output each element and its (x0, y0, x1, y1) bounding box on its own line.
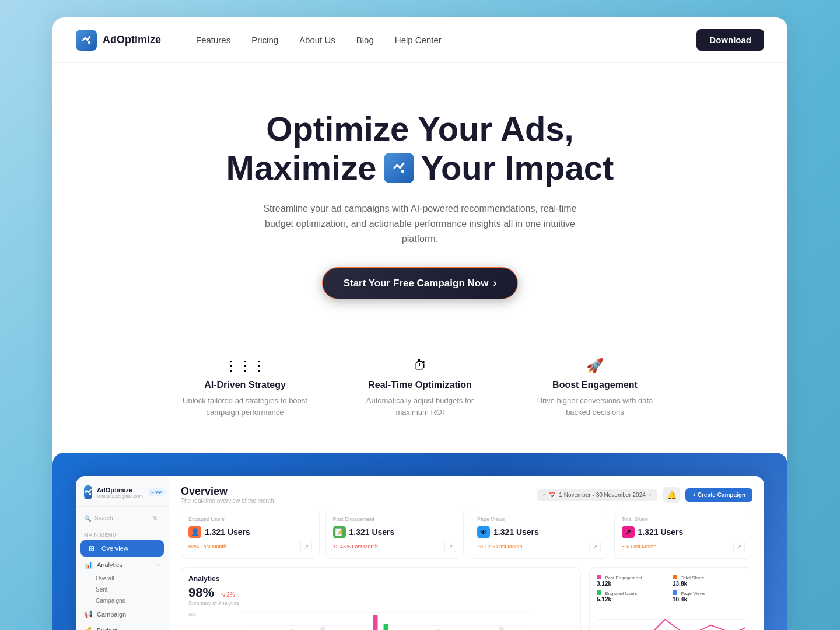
stat-post-engagement: Post Engagement 📝 1.321 Users 12.43% Las… (326, 510, 464, 559)
create-campaign-button[interactable]: + Create Campaign (685, 488, 752, 502)
stat-engaged-users: Engaged Users 👤 1.321 Users 60% Last Mon… (181, 510, 320, 559)
sidebar-search[interactable]: 🔍 Search... ⌘F (76, 512, 169, 525)
hero-title: Optimize Your Ads, Maximize Your Impact (169, 110, 671, 187)
stat-action-2[interactable]: ↗ (589, 541, 601, 552)
stat-change-1: 12.43% Last Month (333, 544, 379, 550)
stat-label-1: Post Engagement (333, 516, 457, 522)
sidebar-item-analytics[interactable]: 📊 Analytics ∨ (76, 556, 169, 573)
dashboard-main: Overview The real-time overview of the m… (169, 476, 764, 630)
legend-dot-views (673, 590, 677, 595)
dashboard-mockup: AdOptimize @maia22@gmail.com Free 🔍 Sear… (76, 476, 764, 630)
sidebar-sub-campaigns[interactable]: Campaigns (76, 595, 169, 606)
stat-change-0: 60% Last Month (188, 544, 226, 550)
overview-icon: ⊞ (89, 544, 97, 552)
date-range-picker[interactable]: ‹ 📅 1 November - 30 November 2024 › (537, 489, 657, 501)
feature-boost-desc: Drive higher conversions with data backe… (531, 395, 659, 418)
date-range-text: 1 November - 30 November 2024 (559, 492, 645, 498)
nav-links: Features Pricing About Us Blog Help Cent… (196, 35, 696, 45)
feature-realtime-desc: Automatically adjust budgets for maximum… (356, 395, 484, 418)
nav-about[interactable]: About Us (299, 35, 335, 45)
sidebar-logo-area: AdOptimize @maia22@gmail.com Free (76, 485, 169, 507)
feature-ai-title: AI-Driven Strategy (181, 380, 309, 390)
feature-realtime-icon: ⏱ (356, 358, 484, 374)
sidebar-free-badge: Free (148, 488, 166, 496)
feature-boost: 🚀 Boost Engagement Drive higher conversi… (531, 358, 659, 418)
stat-value-3: 1.321 Users (638, 527, 684, 537)
analytics-right: Post Engagement 3.12k Total Share 13.8k … (589, 567, 752, 630)
mini-chart (597, 607, 745, 630)
search-shortcut: ⌘F (152, 516, 161, 522)
search-icon: 🔍 (84, 515, 91, 522)
analytics-section: Analytics 98% ↘ 2% Summary of Analytics … (181, 567, 752, 630)
download-button[interactable]: Download (696, 29, 764, 51)
sidebar-sub-overall[interactable]: Overall (76, 573, 169, 584)
stat-change-2: 28.12% Last Month (477, 544, 523, 550)
dashboard-section: AdOptimize @maia22@gmail.com Free 🔍 Sear… (52, 453, 788, 630)
hero-inline-logo (384, 153, 414, 183)
sidebar-logo (84, 485, 92, 499)
sidebar-item-budget[interactable]: 💰 Budget (76, 622, 169, 630)
legend-dot-engaged (597, 590, 601, 595)
hero-subtitle: Streamline your ad campaigns with AI-pow… (262, 201, 578, 246)
sidebar-item-campaign[interactable]: 📢 Campaign (76, 606, 169, 622)
cta-button[interactable]: Start Your Free Campaign Now › (322, 267, 519, 299)
stat-value-2: 1.321 Users (494, 527, 539, 537)
legend-items: Post Engagement 3.12k Total Share 13.8k … (597, 575, 745, 603)
navbar: AdOptimize Features Pricing About Us Blo… (52, 18, 788, 63)
svg-rect-20 (383, 624, 388, 630)
stat-icon-1: 📝 (333, 526, 346, 538)
legend-post-engagement: Post Engagement 3.12k (597, 575, 669, 587)
sidebar-item-overview[interactable]: ⊞ Overview (80, 540, 164, 556)
logo-area: AdOptimize (76, 30, 161, 51)
feature-boost-icon: 🚀 (531, 358, 659, 374)
sidebar-brand: AdOptimize (97, 487, 143, 494)
analytics-chevron: ∨ (156, 562, 160, 568)
nav-help[interactable]: Help Center (395, 35, 442, 45)
calendar-icon: 📅 (548, 492, 555, 498)
cta-arrow-icon: › (493, 277, 496, 289)
sidebar-search-input[interactable]: Search... (94, 515, 149, 522)
sidebar: AdOptimize @maia22@gmail.com Free 🔍 Sear… (76, 476, 169, 630)
analytics-icon: 📊 (84, 561, 92, 569)
legend-total-share: Total Share 13.8k (673, 575, 745, 587)
feature-boost-title: Boost Engagement (531, 380, 659, 390)
hero-section: Optimize Your Ads, Maximize Your Impact … (52, 63, 788, 334)
stat-value-1: 1.321 Users (349, 527, 395, 537)
nav-features[interactable]: Features (196, 35, 230, 45)
nav-pricing[interactable]: Pricing (251, 35, 278, 45)
campaign-icon: 📢 (84, 610, 92, 618)
svg-rect-2 (89, 493, 91, 495)
stat-action-1[interactable]: ↗ (444, 541, 456, 552)
budget-icon: 💰 (84, 626, 92, 630)
stat-action-0[interactable]: ↗ (300, 541, 312, 552)
legend-val-engaged: 5.12k (597, 596, 611, 603)
feature-realtime: ⏱ Real-Time Optimization Automatically a… (356, 358, 484, 418)
legend-dot-post (597, 575, 601, 579)
cta-label: Start Your Free Campaign Now (344, 278, 489, 289)
chart-container: 60k 40k 20k (188, 612, 573, 630)
analytics-chart (201, 612, 573, 630)
stat-total-share: Total Share ↗ 1.321 Users 8% Last Month … (614, 510, 753, 559)
sidebar-sub-sent[interactable]: Sent (76, 584, 169, 595)
analytics-left: Analytics 98% ↘ 2% Summary of Analytics … (181, 567, 581, 630)
stat-icon-2: 👁 (477, 526, 490, 538)
logo-icon (76, 30, 97, 51)
analytics-title: Analytics (188, 575, 573, 583)
y-label-60k: 60k (188, 612, 196, 617)
analytics-percent: 98% (188, 585, 214, 600)
svg-rect-1 (401, 170, 404, 173)
main-menu-label: Main Menu (76, 530, 169, 540)
nav-blog[interactable]: Blog (356, 35, 374, 45)
stats-row: Engaged Users 👤 1.321 Users 60% Last Mon… (181, 510, 752, 559)
stat-page-views: Page Views 👁 1.321 Users 28.12% Last Mon… (470, 510, 608, 559)
legend-page-views: Page Views 10.4k (673, 590, 745, 603)
stat-icon-3: ↗ (622, 526, 635, 538)
feature-ai: ⋮⋮⋮ AI-Driven Strategy Unlock tailored a… (181, 358, 309, 418)
notification-bell-button[interactable]: 🔔 (663, 487, 680, 503)
svg-rect-14 (320, 626, 325, 630)
svg-rect-0 (88, 41, 90, 44)
stat-action-3[interactable]: ↗ (733, 541, 745, 552)
legend-val-share: 13.8k (673, 580, 687, 587)
logo-name: AdOptimize (103, 34, 161, 46)
legend-engaged-users: Engaged Users 5.12k (597, 590, 669, 603)
